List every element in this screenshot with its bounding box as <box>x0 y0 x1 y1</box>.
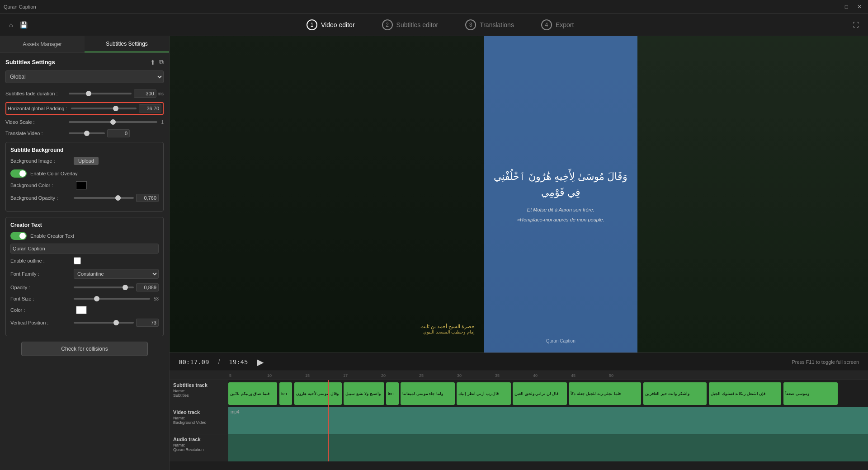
playhead-audio <box>328 434 329 461</box>
settings-content: Subtitles Settings ⬆ ⧉ Global Subtitles … <box>0 53 169 470</box>
ruler-mark: 45 <box>570 373 589 378</box>
translate-video-slider[interactable] <box>69 132 105 134</box>
tab-subtitles-settings[interactable]: Subtitles Settings <box>85 36 169 52</box>
fullscreen-button[interactable]: ⛶ <box>853 21 859 28</box>
creator-text-title: Creator Text <box>10 222 159 228</box>
font-family-row: Font Family : Constantine Arial <box>10 269 159 279</box>
segment-text: ten <box>388 391 394 396</box>
subtitle-segment[interactable]: فلما تجلى ربه للجبل جعله دكاً <box>569 382 641 405</box>
ruler-mark <box>551 373 570 378</box>
ruler-mark: 50 <box>608 373 627 378</box>
step-export[interactable]: 4 Export <box>541 19 574 30</box>
audio-track-title: Audio track <box>173 437 224 442</box>
vertical-pos-slider[interactable] <box>74 322 134 324</box>
bg-opacity-slider[interactable] <box>74 197 134 199</box>
translate-video-value[interactable]: 0 <box>107 129 130 137</box>
subtitle-segment[interactable]: ten <box>386 382 399 405</box>
step-video-editor[interactable]: 1 Video editor <box>307 19 354 30</box>
timeline: 5 10 15 17 20 25 30 35 <box>170 371 868 470</box>
subtitle-bg-title: Subtitle Background <box>10 147 159 153</box>
step-num-2: 2 <box>382 19 393 30</box>
titlebar-controls: ─ □ ✕ <box>829 3 864 11</box>
subtitle-segment[interactable]: قال لن تراني ولحق العين <box>513 382 567 405</box>
audio-track-label: Audio track Name: Quran Recitation <box>170 434 228 461</box>
opacity-value[interactable]: 0,889 <box>136 283 159 291</box>
outline-checkbox[interactable] <box>74 257 81 264</box>
subtitles-track-content[interactable]: فلما ضاق وربيكم ثلاثين ten وقال موسى لأخ… <box>228 380 868 407</box>
bg-color-label: Background Color : <box>10 183 74 188</box>
step-num-3: 3 <box>465 19 476 30</box>
home-button[interactable]: ⌂ <box>9 21 13 28</box>
playhead <box>328 380 329 407</box>
titlebar: Quran Caption ─ □ ✕ <box>0 0 868 14</box>
font-size-slider[interactable] <box>74 298 150 300</box>
ruler-mark: 30 <box>456 373 475 378</box>
font-family-select[interactable]: Constantine Arial <box>74 269 159 279</box>
top-navigation: ⌂ 💾 1 Video editor 2 Subtitles editor 3 … <box>0 14 868 36</box>
creator-text-input[interactable]: Quran Caption <box>10 244 159 254</box>
audio-name-value: Quran Recitation <box>173 447 224 452</box>
subtitle-segment[interactable]: وقال موسى لأخيه هارون <box>294 382 342 405</box>
video-file-label: mp4 <box>231 409 239 414</box>
ruler-mark <box>247 373 266 378</box>
subtitle-segment[interactable]: فلما ضاق وربيكم ثلاثين <box>228 382 277 405</box>
copy-settings-button[interactable]: ⧉ <box>159 58 164 66</box>
enable-overlay-toggle[interactable] <box>10 169 27 178</box>
segment-text: وأشكر وأنت خير الغافرين <box>645 391 689 396</box>
audio-name-label: Name: <box>173 443 224 447</box>
subtitle-segment[interactable]: وموسى صعقاً <box>783 382 838 405</box>
export-settings-button[interactable]: ⬆ <box>150 58 156 66</box>
vertical-pos-value[interactable]: 73 <box>136 319 159 327</box>
step-label-2: Subtitles editor <box>396 21 439 28</box>
subtitle-segment[interactable]: قال رب أرني أنظر إليك <box>457 382 511 405</box>
bottom-text-line1: حضرة الشيخ أحمد بن ثابت <box>420 324 475 329</box>
workflow-steps: 1 Video editor 2 Subtitles editor 3 Tran… <box>28 19 853 30</box>
time-separator: / <box>218 358 220 366</box>
ruler-mark <box>513 373 532 378</box>
enable-creator-toggle[interactable] <box>10 232 27 240</box>
upload-button[interactable]: Upload <box>74 157 99 165</box>
enable-overlay-row: Enable Color Overlay <box>10 169 159 178</box>
timeline-controls: 00:17.09 / 19:45 ▶ Press F11 to toggle f… <box>170 352 868 371</box>
audio-track-content[interactable] <box>228 434 868 461</box>
enable-overlay-label: Enable Color Overlay <box>30 171 78 176</box>
timeline-tracks: Subtitles track Name: Subtitles فلما ضاق… <box>170 380 868 461</box>
ruler-mark <box>399 373 418 378</box>
opacity-slider[interactable] <box>74 287 134 288</box>
step-translations[interactable]: 3 Translations <box>465 19 514 30</box>
bg-color-row: Background Color : <box>10 181 159 189</box>
save-button[interactable]: 💾 <box>20 21 28 28</box>
minimize-button[interactable]: ─ <box>829 3 839 11</box>
translate-video-label: Translate Video : <box>5 131 69 136</box>
ruler-mark: 35 <box>494 373 513 378</box>
check-collisions-button[interactable]: Check for collisions <box>21 342 148 356</box>
video-name-value: Background Video <box>173 420 224 425</box>
ruler-mark <box>361 373 380 378</box>
creator-text-section: Creator Text Enable Creator Text Quran C… <box>5 217 164 336</box>
horizontal-padding-value[interactable]: 36,70 <box>139 104 161 113</box>
video-scale-slider[interactable] <box>69 121 157 123</box>
close-button[interactable]: ✕ <box>854 3 864 11</box>
global-select[interactable]: Global <box>5 70 164 83</box>
horizontal-padding-slider[interactable] <box>71 108 137 109</box>
total-time: 19:45 <box>229 358 248 366</box>
horizontal-padding-label: Horizontal global Padding : <box>8 106 71 111</box>
step-subtitles-editor[interactable]: 2 Subtitles editor <box>382 19 439 30</box>
step-num-4: 4 <box>541 19 552 30</box>
fade-duration-slider[interactable] <box>69 93 132 94</box>
tab-assets-manager[interactable]: Assets Manager <box>0 36 85 52</box>
bg-opacity-value[interactable]: 0,760 <box>136 194 159 202</box>
subtitle-segment[interactable]: ten <box>279 382 292 405</box>
color-label: Color : <box>10 307 74 313</box>
play-button[interactable]: ▶ <box>257 357 264 367</box>
segment-text: قال لن تراني ولحق العين <box>514 391 558 396</box>
fade-duration-value[interactable]: 300 <box>134 89 156 98</box>
subtitle-segment[interactable]: فإن اشتغل ربكاند فسلوك الجبل <box>709 382 781 405</box>
subtitle-segment[interactable]: وأشكر وأنت خير الغافرين <box>643 382 707 405</box>
bg-color-preview[interactable] <box>76 181 87 189</box>
subtitle-segment[interactable]: ولما جاء موسى لميقاتنا <box>401 382 455 405</box>
video-track-content[interactable]: mp4 <box>228 407 868 434</box>
subtitle-segment[interactable]: وأضنج ولا تشع سبيل <box>344 382 384 405</box>
maximize-button[interactable]: □ <box>842 3 851 11</box>
color-preview[interactable] <box>76 306 87 314</box>
